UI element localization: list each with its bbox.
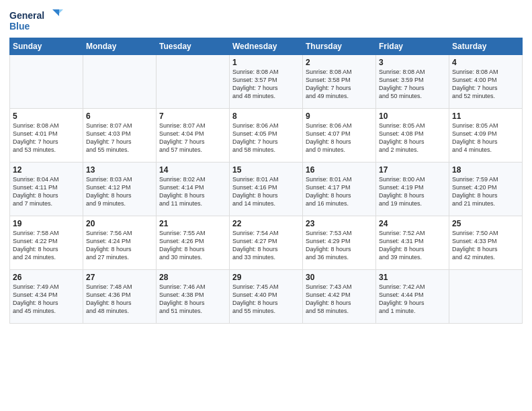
calendar-week-row: 1Sunrise: 8:08 AMSunset: 3:57 PMDaylight… bbox=[10, 55, 523, 109]
calendar-cell: 8Sunrise: 8:06 AMSunset: 4:05 PMDaylight… bbox=[230, 109, 303, 163]
calendar-cell: 6Sunrise: 8:07 AMSunset: 4:03 PMDaylight… bbox=[83, 109, 157, 163]
calendar-cell: 1Sunrise: 8:08 AMSunset: 3:57 PMDaylight… bbox=[230, 55, 303, 109]
day-number: 22 bbox=[232, 219, 300, 228]
day-info: Sunrise: 7:50 AMSunset: 4:33 PMDaylight:… bbox=[452, 229, 519, 262]
day-info: Sunrise: 8:06 AMSunset: 4:05 PMDaylight:… bbox=[232, 122, 300, 154]
calendar-cell: 25Sunrise: 7:50 AMSunset: 4:33 PMDayligh… bbox=[449, 216, 523, 270]
header-day: Friday bbox=[376, 38, 449, 55]
calendar-table: SundayMondayTuesdayWednesdayThursdayFrid… bbox=[9, 38, 523, 324]
day-info: Sunrise: 7:42 AMSunset: 4:44 PMDaylight:… bbox=[379, 283, 446, 316]
day-info: Sunrise: 7:54 AMSunset: 4:27 PMDaylight:… bbox=[232, 229, 300, 262]
day-number: 21 bbox=[159, 219, 226, 228]
calendar-cell: 24Sunrise: 7:52 AMSunset: 4:31 PMDayligh… bbox=[376, 216, 449, 270]
day-number: 19 bbox=[13, 219, 80, 228]
day-info: Sunrise: 7:52 AMSunset: 4:31 PMDaylight:… bbox=[379, 229, 446, 262]
day-info: Sunrise: 8:01 AMSunset: 4:17 PMDaylight:… bbox=[306, 175, 373, 208]
svg-marker-2 bbox=[52, 9, 59, 16]
calendar-cell bbox=[157, 55, 230, 109]
day-number: 28 bbox=[159, 273, 226, 282]
calendar-cell: 21Sunrise: 7:55 AMSunset: 4:26 PMDayligh… bbox=[157, 216, 230, 270]
day-info: Sunrise: 7:43 AMSunset: 4:42 PMDaylight:… bbox=[306, 283, 373, 316]
day-number: 29 bbox=[232, 273, 300, 282]
day-number: 26 bbox=[13, 273, 80, 282]
day-info: Sunrise: 8:01 AMSunset: 4:16 PMDaylight:… bbox=[232, 175, 300, 208]
day-info: Sunrise: 8:05 AMSunset: 4:08 PMDaylight:… bbox=[379, 122, 446, 154]
calendar-cell: 22Sunrise: 7:54 AMSunset: 4:27 PMDayligh… bbox=[230, 216, 303, 270]
day-number: 17 bbox=[379, 165, 446, 175]
day-number: 7 bbox=[159, 111, 226, 121]
day-number: 1 bbox=[232, 58, 300, 67]
calendar-cell: 15Sunrise: 8:01 AMSunset: 4:16 PMDayligh… bbox=[230, 163, 303, 216]
calendar-cell: 23Sunrise: 7:53 AMSunset: 4:29 PMDayligh… bbox=[303, 216, 376, 270]
day-number: 13 bbox=[86, 165, 153, 175]
calendar-cell bbox=[449, 270, 523, 324]
day-number: 2 bbox=[306, 58, 373, 67]
header: General Blue bbox=[9, 7, 523, 34]
calendar-cell: 16Sunrise: 8:01 AMSunset: 4:17 PMDayligh… bbox=[303, 163, 376, 216]
day-info: Sunrise: 7:59 AMSunset: 4:20 PMDaylight:… bbox=[452, 175, 519, 208]
calendar-cell: 27Sunrise: 7:48 AMSunset: 4:36 PMDayligh… bbox=[83, 270, 157, 324]
calendar-week-row: 5Sunrise: 8:08 AMSunset: 4:01 PMDaylight… bbox=[10, 109, 523, 163]
day-number: 4 bbox=[452, 58, 519, 67]
day-number: 9 bbox=[306, 111, 373, 121]
day-number: 14 bbox=[159, 165, 226, 175]
day-info: Sunrise: 8:02 AMSunset: 4:14 PMDaylight:… bbox=[159, 175, 226, 208]
day-info: Sunrise: 8:08 AMSunset: 3:58 PMDaylight:… bbox=[306, 68, 373, 101]
header-day: Saturday bbox=[449, 38, 523, 55]
day-info: Sunrise: 8:03 AMSunset: 4:12 PMDaylight:… bbox=[86, 175, 153, 208]
day-number: 6 bbox=[86, 111, 153, 121]
calendar-week-row: 26Sunrise: 7:49 AMSunset: 4:34 PMDayligh… bbox=[10, 270, 523, 324]
day-number: 10 bbox=[379, 111, 446, 121]
calendar-cell: 30Sunrise: 7:43 AMSunset: 4:42 PMDayligh… bbox=[303, 270, 376, 324]
calendar-cell: 12Sunrise: 8:04 AMSunset: 4:11 PMDayligh… bbox=[10, 163, 83, 216]
calendar-cell: 31Sunrise: 7:42 AMSunset: 4:44 PMDayligh… bbox=[376, 270, 449, 324]
logo: General Blue bbox=[9, 7, 63, 34]
header-row: SundayMondayTuesdayWednesdayThursdayFrid… bbox=[10, 38, 523, 55]
day-number: 18 bbox=[452, 165, 519, 175]
header-day: Tuesday bbox=[157, 38, 230, 55]
calendar-cell: 18Sunrise: 7:59 AMSunset: 4:20 PMDayligh… bbox=[449, 163, 523, 216]
calendar-cell: 20Sunrise: 7:56 AMSunset: 4:24 PMDayligh… bbox=[83, 216, 157, 270]
day-info: Sunrise: 8:07 AMSunset: 4:03 PMDaylight:… bbox=[86, 122, 153, 154]
calendar-cell: 5Sunrise: 8:08 AMSunset: 4:01 PMDaylight… bbox=[10, 109, 83, 163]
page-container: General Blue SundayMondayTuesdayWednesda… bbox=[0, 0, 532, 330]
day-number: 5 bbox=[13, 111, 80, 121]
day-number: 31 bbox=[379, 273, 446, 282]
day-info: Sunrise: 7:53 AMSunset: 4:29 PMDaylight:… bbox=[306, 229, 373, 262]
calendar-week-row: 12Sunrise: 8:04 AMSunset: 4:11 PMDayligh… bbox=[10, 163, 523, 216]
day-info: Sunrise: 8:04 AMSunset: 4:11 PMDaylight:… bbox=[13, 175, 80, 208]
day-number: 24 bbox=[379, 219, 446, 228]
day-info: Sunrise: 7:49 AMSunset: 4:34 PMDaylight:… bbox=[13, 283, 80, 316]
day-number: 25 bbox=[452, 219, 519, 228]
svg-text:Blue: Blue bbox=[9, 21, 30, 32]
svg-text:General: General bbox=[9, 10, 44, 21]
day-info: Sunrise: 8:06 AMSunset: 4:07 PMDaylight:… bbox=[306, 122, 373, 154]
calendar-cell: 11Sunrise: 8:05 AMSunset: 4:09 PMDayligh… bbox=[449, 109, 523, 163]
day-number: 11 bbox=[452, 111, 519, 121]
calendar-cell: 3Sunrise: 8:08 AMSunset: 3:59 PMDaylight… bbox=[376, 55, 449, 109]
calendar-cell: 19Sunrise: 7:58 AMSunset: 4:22 PMDayligh… bbox=[10, 216, 83, 270]
day-number: 20 bbox=[86, 219, 153, 228]
header-day: Wednesday bbox=[230, 38, 303, 55]
calendar-cell: 26Sunrise: 7:49 AMSunset: 4:34 PMDayligh… bbox=[10, 270, 83, 324]
day-number: 16 bbox=[306, 165, 373, 175]
calendar-week-row: 19Sunrise: 7:58 AMSunset: 4:22 PMDayligh… bbox=[10, 216, 523, 270]
day-info: Sunrise: 7:45 AMSunset: 4:40 PMDaylight:… bbox=[232, 283, 300, 316]
day-info: Sunrise: 7:58 AMSunset: 4:22 PMDaylight:… bbox=[13, 229, 80, 262]
day-info: Sunrise: 8:07 AMSunset: 4:04 PMDaylight:… bbox=[159, 122, 226, 154]
day-number: 3 bbox=[379, 58, 446, 67]
day-number: 15 bbox=[232, 165, 300, 175]
day-info: Sunrise: 8:05 AMSunset: 4:09 PMDaylight:… bbox=[452, 122, 519, 154]
day-info: Sunrise: 7:46 AMSunset: 4:38 PMDaylight:… bbox=[159, 283, 226, 316]
calendar-cell: 2Sunrise: 8:08 AMSunset: 3:58 PMDaylight… bbox=[303, 55, 376, 109]
day-info: Sunrise: 7:56 AMSunset: 4:24 PMDaylight:… bbox=[86, 229, 153, 262]
day-number: 30 bbox=[306, 273, 373, 282]
day-number: 8 bbox=[232, 111, 300, 121]
calendar-cell: 9Sunrise: 8:06 AMSunset: 4:07 PMDaylight… bbox=[303, 109, 376, 163]
calendar-cell: 13Sunrise: 8:03 AMSunset: 4:12 PMDayligh… bbox=[83, 163, 157, 216]
calendar-cell: 10Sunrise: 8:05 AMSunset: 4:08 PMDayligh… bbox=[376, 109, 449, 163]
calendar-cell bbox=[10, 55, 83, 109]
calendar-cell: 14Sunrise: 8:02 AMSunset: 4:14 PMDayligh… bbox=[157, 163, 230, 216]
day-info: Sunrise: 8:08 AMSunset: 4:00 PMDaylight:… bbox=[452, 68, 519, 101]
day-info: Sunrise: 7:48 AMSunset: 4:36 PMDaylight:… bbox=[86, 283, 153, 316]
